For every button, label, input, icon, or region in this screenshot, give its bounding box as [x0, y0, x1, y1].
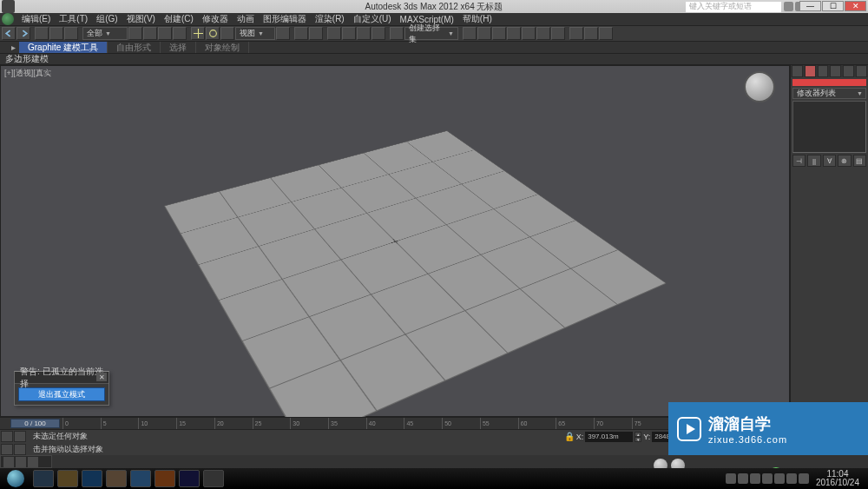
viewport-perspective[interactable]: [+][透视][真实: [0, 65, 790, 417]
align-button[interactable]: [477, 27, 491, 40]
menu-help[interactable]: 帮助(H): [458, 13, 496, 25]
unlink-button[interactable]: [49, 27, 63, 40]
prompt-button[interactable]: [14, 444, 26, 455]
utilities-tab-icon[interactable]: [856, 65, 867, 77]
spinner-snap-button[interactable]: [372, 27, 385, 40]
keyboard-shortcut-button[interactable]: [309, 27, 323, 40]
taskbar-item[interactable]: [106, 470, 127, 487]
pin-stack-button[interactable]: ⊣: [792, 155, 806, 167]
object-color-swatch[interactable]: [792, 79, 866, 86]
remove-modifier-button[interactable]: ⊗: [838, 155, 851, 167]
rotate-button[interactable]: [206, 27, 220, 40]
tray-icon[interactable]: [774, 473, 785, 484]
menu-tools[interactable]: 工具(T): [55, 13, 92, 25]
taskbar-item[interactable]: [33, 470, 54, 487]
render-setup-button[interactable]: [569, 27, 583, 40]
scale-button[interactable]: [220, 27, 234, 40]
motion-tab-icon[interactable]: [830, 65, 841, 77]
manipulate-button[interactable]: [294, 27, 308, 40]
menu-modifiers[interactable]: 修改器: [198, 13, 233, 25]
tab-graphite[interactable]: Graphite 建模工具: [19, 42, 108, 53]
edit-selset-button[interactable]: [390, 27, 404, 40]
select-name-button[interactable]: [143, 27, 157, 40]
time-slider[interactable]: 0 / 100: [10, 419, 60, 428]
taskbar-item[interactable]: [203, 470, 224, 487]
render-button[interactable]: [599, 27, 613, 40]
bind-spacewarp-button[interactable]: [64, 27, 78, 40]
help-search-input[interactable]: 键入关键字或短语: [686, 2, 781, 12]
ribbon-arrow-left[interactable]: ▸: [7, 42, 19, 53]
menu-create[interactable]: 创建(C): [160, 13, 198, 25]
menu-rendering[interactable]: 渲染(R): [311, 13, 349, 25]
menu-edit[interactable]: 编辑(E): [17, 13, 55, 25]
taskbar-item[interactable]: [82, 470, 102, 487]
dialog-titlebar[interactable]: 警告: 已孤立的当前选择 ✕: [15, 372, 108, 384]
curve-editor-button[interactable]: [522, 27, 536, 40]
taskbar-clock[interactable]: 11:04 2016/10/24: [811, 470, 865, 487]
maximize-button[interactable]: ☐: [822, 1, 844, 11]
dialog-close-button[interactable]: ✕: [96, 373, 107, 381]
taskbar-item[interactable]: [179, 470, 200, 487]
maxscript-mini-button[interactable]: [1, 431, 13, 442]
percent-snap-button[interactable]: [357, 27, 371, 40]
taskbar-item[interactable]: [130, 470, 151, 487]
tray-icon[interactable]: [738, 473, 748, 484]
lock-icon[interactable]: 🔒: [564, 432, 575, 441]
hierarchy-tab-icon[interactable]: [818, 65, 829, 77]
mirror-button[interactable]: [463, 27, 477, 40]
tray-icon[interactable]: [750, 473, 760, 484]
pivot-center-button[interactable]: [276, 27, 290, 40]
viewcube[interactable]: [744, 71, 775, 102]
make-unique-button[interactable]: ∀: [823, 155, 836, 167]
quick-item-icon[interactable]: [3, 457, 14, 467]
show-endresult-button[interactable]: ||: [807, 155, 820, 167]
tray-icon[interactable]: [762, 473, 773, 484]
select-button[interactable]: [128, 27, 142, 40]
app-menu-icon[interactable]: [2, 13, 14, 25]
minimize-button[interactable]: —: [799, 1, 821, 11]
select-region-button[interactable]: [158, 27, 172, 40]
redo-button[interactable]: [16, 27, 30, 40]
close-button[interactable]: ✕: [845, 1, 866, 11]
snap-toggle-button[interactable]: [327, 27, 341, 40]
start-button[interactable]: [0, 468, 31, 489]
modifier-list-dropdown[interactable]: 修改器列表: [792, 88, 866, 99]
render-frame-button[interactable]: [584, 27, 598, 40]
menu-group[interactable]: 组(G): [92, 13, 122, 25]
menu-view[interactable]: 视图(V): [122, 13, 160, 25]
macro-rec-button[interactable]: [14, 431, 26, 442]
material-editor-button[interactable]: [551, 27, 565, 40]
taskbar-item[interactable]: [155, 470, 175, 487]
tray-icon[interactable]: [786, 473, 797, 484]
ribbon-toggle-button[interactable]: [507, 27, 521, 40]
coord-x-field[interactable]: 397.013m: [585, 432, 633, 442]
quick-item-icon[interactable]: [16, 457, 26, 467]
menu-customize[interactable]: 自定义(U): [349, 13, 396, 25]
move-button[interactable]: [191, 27, 205, 40]
menu-grapheditors[interactable]: 图形编辑器: [259, 13, 311, 25]
display-tab-icon[interactable]: [843, 65, 854, 77]
taskbar-item[interactable]: [57, 470, 78, 487]
search-icon[interactable]: [784, 2, 793, 11]
tab-objectpaint[interactable]: 对象绘制: [196, 42, 249, 53]
tab-freeform[interactable]: 自由形式: [108, 42, 161, 53]
link-button[interactable]: [35, 27, 49, 40]
coord-x-spinner[interactable]: ▴▾: [635, 432, 641, 442]
menu-animation[interactable]: 动画: [233, 13, 259, 25]
tray-icon[interactable]: [726, 473, 736, 484]
window-crossing-button[interactable]: [173, 27, 187, 40]
modifier-stack[interactable]: [792, 101, 866, 153]
listener-button[interactable]: [1, 444, 13, 455]
selset-dropdown[interactable]: 创建选择集: [404, 27, 458, 40]
configure-sets-button[interactable]: ▤: [853, 155, 866, 167]
viewport-label[interactable]: [+][透视][真实: [4, 68, 51, 79]
create-tab-icon[interactable]: [792, 65, 803, 77]
schematic-view-button[interactable]: [536, 27, 550, 40]
layers-button[interactable]: [492, 27, 506, 40]
quick-item-icon[interactable]: [28, 457, 38, 467]
volume-icon[interactable]: [799, 473, 809, 484]
undo-button[interactable]: [2, 27, 16, 40]
angle-snap-button[interactable]: [342, 27, 356, 40]
refcoord-dropdown[interactable]: 视图: [235, 27, 275, 40]
selection-filter-dropdown[interactable]: 全部: [82, 27, 128, 40]
